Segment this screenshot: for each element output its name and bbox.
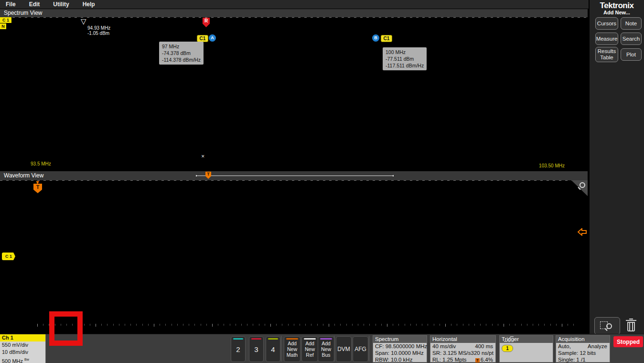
- trash-body-icon: [627, 322, 635, 331]
- stopped-status-button[interactable]: Stopped: [613, 336, 643, 347]
- afg-label: AFG: [354, 346, 366, 352]
- channel-1-spectrum-scale: 10 dBm/div: [2, 349, 45, 356]
- sample-rate: SR: 3.125 MS/s: [432, 350, 471, 356]
- afg-button[interactable]: AFG: [353, 336, 368, 362]
- acquisition-panel-title: Acquisition: [556, 336, 610, 343]
- math-color-stripe: [286, 338, 298, 340]
- spectrum-plot[interactable]: C 1 N ▽ 94.93 MHz -1.05 dBm R C1 A 97 MH…: [0, 17, 588, 170]
- add-new-math-button[interactable]: Add New Math: [284, 336, 301, 362]
- cursor-a-channel-badge[interactable]: C1: [197, 35, 208, 42]
- cursor-b-level: -77.511 dBm: [386, 55, 424, 62]
- menu-file[interactable]: File: [6, 1, 16, 8]
- channel-3-button[interactable]: 3: [249, 336, 264, 362]
- menu-help[interactable]: Help: [83, 1, 95, 8]
- dvm-button[interactable]: DVM: [336, 336, 352, 362]
- annotation-red-square: [49, 311, 83, 346]
- waveform-plot[interactable]: ▼ T C 1: [0, 180, 588, 324]
- spectrum-center-frequency: CF: 98.5000000 MHz: [373, 343, 427, 350]
- divider: [334, 336, 334, 362]
- cursor-b-channel-badge[interactable]: C1: [381, 35, 392, 42]
- horizontal-scale: 40 ms/div: [432, 343, 456, 350]
- time-axis: [0, 324, 588, 334]
- acquisition-analyze: Analyze: [588, 343, 607, 350]
- zoom-magnifier-icon: [580, 182, 585, 188]
- zoom-tool-button[interactable]: [594, 317, 620, 335]
- channel-1-vertical-scale: 550 mV/div: [2, 341, 45, 349]
- channel-1-name: Ch 1: [0, 334, 45, 341]
- trash-button[interactable]: [626, 319, 636, 332]
- add-note-button[interactable]: Note: [621, 17, 642, 30]
- cursor-b-handle[interactable]: B: [372, 34, 379, 42]
- divider: [281, 336, 281, 362]
- sample-resolution: 320 ns/pt: [471, 350, 494, 356]
- spectrum-view-header[interactable]: Spectrum View: [0, 9, 588, 17]
- trigger-slope-icon: [504, 336, 514, 342]
- menu-edit[interactable]: Edit: [29, 1, 40, 8]
- add-new-bus-label: Add New Bus: [321, 341, 331, 358]
- spectrum-view-title: Spectrum View: [4, 10, 42, 16]
- bus-color-stripe: [320, 338, 332, 340]
- waveform-channel-badge[interactable]: C 1: [2, 253, 15, 260]
- zoom-tool-magnifier-icon: [606, 323, 612, 329]
- right-sidebar: Tektronix Add New... Cursors Note Measur…: [589, 0, 644, 334]
- overview-trigger-flag[interactable]: T: [205, 172, 211, 179]
- peak-marker-icon[interactable]: ▽: [81, 17, 86, 26]
- cursor-a-density: -114.378 dBm/Hz: [162, 56, 201, 63]
- settings-bar: Ch 1 550 mV/div 10 dBm/div 500 MHz Bw 2 …: [0, 334, 644, 363]
- tektronix-logo: Tektronix: [590, 1, 644, 11]
- bandwidth-limit-tag: Bw: [24, 358, 29, 361]
- cursor-a-level: -74.378 dBm: [162, 50, 201, 56]
- add-results-table-button[interactable]: Results Table: [595, 47, 618, 62]
- peak-marker-level: -1.05 dBm: [87, 31, 109, 36]
- trash-lid-icon: [626, 320, 636, 321]
- acquisition-mode: Auto,: [558, 343, 571, 350]
- add-new-ref-button[interactable]: Add New Ref: [301, 336, 318, 362]
- ref-color-stripe: [304, 338, 316, 340]
- trash-icon: [629, 319, 633, 319]
- channel-2-label: 2: [236, 345, 240, 353]
- channel-3-label: 3: [254, 345, 258, 353]
- channel-1-badge-panel[interactable]: Ch 1 550 mV/div 10 dBm/div 500 MHz Bw: [0, 334, 46, 363]
- trigger-position-readout: T6.4%: [475, 356, 493, 363]
- record-length: RL: 1.25 Mpts: [432, 356, 467, 363]
- channel-4-label: 4: [271, 345, 275, 353]
- add-new-bus-button[interactable]: Add New Bus: [318, 336, 334, 362]
- dvm-label: DVM: [337, 346, 350, 352]
- cursor-b-freq: 100 MHz: [386, 49, 424, 55]
- spectrum-start-frequency: 93.5 MHz: [31, 161, 51, 166]
- spectrum-trace-svg: [0, 17, 588, 170]
- channel-4-button[interactable]: 4: [266, 336, 280, 362]
- add-cursors-button[interactable]: Cursors: [595, 17, 618, 30]
- overview-line: [197, 176, 393, 176]
- trigger-position-mini-icon: T: [475, 358, 480, 363]
- waveform-view-header[interactable]: Waveform View T: [0, 171, 588, 180]
- horizontal-settings-panel[interactable]: Horizontal 40 ms/div 400 ms SR: 3.125 MS…: [430, 335, 496, 363]
- spectrum-rbw: RBW: 10.0 kHz: [373, 356, 427, 363]
- spectrum-source-badge[interactable]: C 1: [0, 17, 11, 23]
- waveform-trace-svg: [0, 180, 588, 324]
- peak-marker-freq: 94.93 MHz: [87, 25, 110, 31]
- cursor-a-handle[interactable]: A: [209, 34, 216, 42]
- spectrum-span: Span: 10.0000 MHz: [373, 350, 427, 356]
- menu-utility[interactable]: Utility: [53, 1, 69, 8]
- acquisition-settings-panel[interactable]: Acquisition Auto, Analyze Sample: 12 bit…: [556, 335, 610, 363]
- cursor-b-density: -117.511 dBm/Hz: [386, 62, 424, 69]
- add-new-ref-label: Add New Ref: [305, 341, 315, 358]
- trigger-settings-panel[interactable]: Trigger 1: [499, 335, 553, 363]
- add-plot-button[interactable]: Plot: [621, 48, 642, 61]
- add-new-math-label: Add New Math: [287, 341, 298, 358]
- horizontal-window: 400 ms: [475, 343, 493, 350]
- acquisition-overview-bar[interactable]: [196, 175, 394, 176]
- cursor-a-readout: 97 MHz -74.378 dBm -114.378 dBm/Hz: [159, 42, 204, 65]
- channel-2-color-stripe: [233, 338, 243, 340]
- trigger-level-arrow-icon[interactable]: [578, 228, 587, 236]
- add-new-section-label: Add New...: [590, 10, 644, 15]
- channel-3-color-stripe: [251, 338, 261, 340]
- add-search-button[interactable]: Search: [621, 33, 642, 45]
- add-measure-button[interactable]: Measure: [595, 33, 618, 45]
- cursor-a-x-mark: ✕: [201, 154, 205, 159]
- spectrum-settings-panel[interactable]: Spectrum CF: 98.5000000 MHz Span: 10.000…: [373, 335, 427, 363]
- channel-2-button[interactable]: 2: [231, 336, 246, 362]
- time-axis-major-ticks: [37, 324, 577, 327]
- acquisition-single-count: Single: 1 /1: [556, 356, 610, 363]
